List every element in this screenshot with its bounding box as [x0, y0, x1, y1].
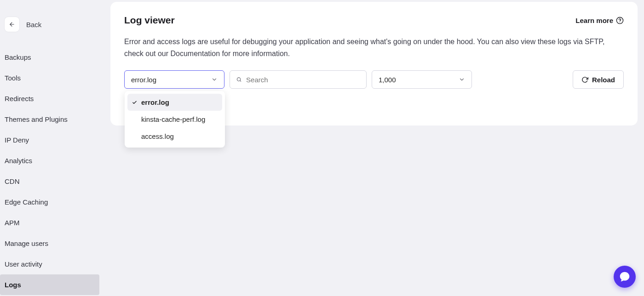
- reload-icon: [581, 76, 588, 83]
- sidebar-item-redirects[interactable]: Redirects: [0, 88, 99, 109]
- sidebar-item-analytics[interactable]: Analytics: [0, 150, 99, 171]
- sidebar: Back Backups Tools Redirects Themes and …: [0, 0, 99, 296]
- chat-icon: [619, 271, 630, 282]
- log-file-select[interactable]: error.log error.log kinsta-cache-perf.lo…: [124, 70, 224, 89]
- sidebar-item-ip-deny[interactable]: IP Deny: [0, 130, 99, 150]
- page-description: Error and access logs are useful for deb…: [124, 36, 624, 59]
- search-icon: [236, 77, 242, 82]
- sidebar-item-logs[interactable]: Logs: [0, 274, 99, 295]
- dropdown-option-label: kinsta-cache-perf.log: [141, 115, 205, 123]
- check-icon: [132, 100, 137, 105]
- search-box[interactable]: [230, 70, 367, 89]
- count-select[interactable]: 1,000: [372, 70, 472, 89]
- help-circle-icon: [616, 17, 624, 24]
- search-input[interactable]: [246, 76, 360, 84]
- reload-button[interactable]: Reload: [573, 70, 624, 89]
- back-button[interactable]: Back: [0, 17, 99, 47]
- sidebar-item-user-activity[interactable]: User activity: [0, 254, 99, 274]
- dropdown-option-label: error.log: [141, 98, 169, 106]
- reload-label: Reload: [592, 76, 615, 84]
- learn-more-link[interactable]: Learn more: [575, 17, 624, 24]
- sidebar-item-cdn[interactable]: CDN: [0, 171, 99, 192]
- dropdown-option-kinsta-cache[interactable]: kinsta-cache-perf.log: [127, 111, 222, 128]
- back-label: Back: [26, 21, 41, 28]
- log-viewer-card: Log viewer Learn more Error and access l…: [110, 2, 638, 125]
- help-fab[interactable]: [614, 266, 636, 288]
- sidebar-item-tools[interactable]: Tools: [0, 68, 99, 88]
- log-file-dropdown: error.log kinsta-cache-perf.log access.l…: [125, 91, 225, 148]
- learn-more-label: Learn more: [575, 17, 613, 24]
- chevron-down-icon: [211, 76, 218, 83]
- sidebar-item-manage-users[interactable]: Manage users: [0, 233, 99, 254]
- arrow-left-icon: [9, 21, 15, 28]
- sidebar-item-apm[interactable]: APM: [0, 212, 99, 233]
- count-select-value: 1,000: [379, 76, 459, 84]
- dropdown-option-error-log[interactable]: error.log: [127, 94, 222, 111]
- dropdown-option-access-log[interactable]: access.log: [127, 128, 222, 145]
- sidebar-item-themes-plugins[interactable]: Themes and Plugins: [0, 109, 99, 130]
- sidebar-item-edge-caching[interactable]: Edge Caching: [0, 192, 99, 212]
- sidebar-item-backups[interactable]: Backups: [0, 47, 99, 68]
- back-icon-circle[interactable]: [4, 17, 20, 32]
- svg-line-4: [240, 80, 241, 81]
- page-title: Log viewer: [124, 15, 175, 26]
- chevron-down-icon: [459, 76, 465, 83]
- dropdown-option-label: access.log: [141, 132, 174, 140]
- log-file-select-value: error.log: [131, 76, 211, 84]
